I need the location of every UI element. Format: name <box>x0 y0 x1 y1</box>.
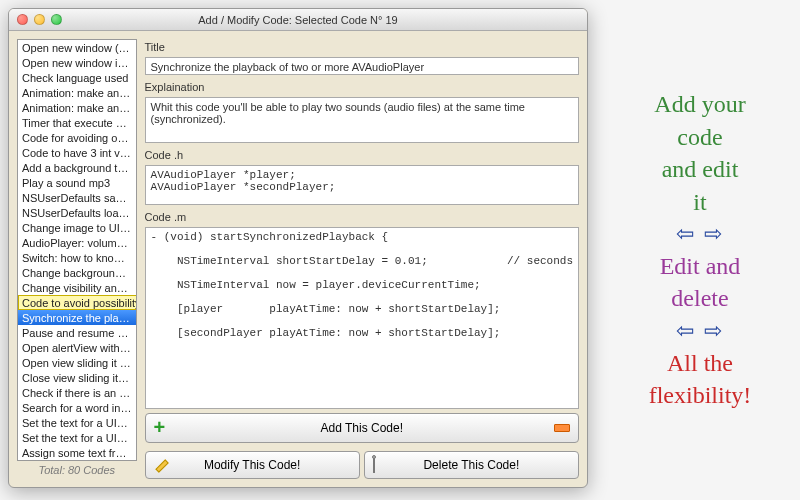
list-item[interactable]: Close view sliding it from center... <box>18 370 136 385</box>
promo-line: delete <box>671 285 728 311</box>
promo-line: flexibility! <box>649 382 752 408</box>
promo-line: Add your <box>654 91 745 117</box>
list-item[interactable]: Open alertView with Yes or No o... <box>18 340 136 355</box>
list-item[interactable]: Search for a word in some text <box>18 400 136 415</box>
promo-panel: Add your code and edit it ⇦ ⇨ Edit and d… <box>600 0 800 500</box>
modify-button[interactable]: Modify This Code! <box>145 451 360 479</box>
title-label: Title <box>145 41 579 53</box>
add-button[interactable]: + Add This Code! <box>145 413 579 443</box>
delete-button[interactable]: Delete This Code! <box>364 451 579 479</box>
list-item[interactable]: Change background and color to... <box>18 265 136 280</box>
list-item[interactable]: Add a background to a view <box>18 160 136 175</box>
list-item[interactable]: Timer that execute a void after 3... <box>18 115 136 130</box>
list-item[interactable]: Switch: how to know if is on or off <box>18 250 136 265</box>
promo-line: Edit and <box>660 253 741 279</box>
codeh-label: Code .h <box>145 149 579 161</box>
list-item[interactable]: Set the text for a UILabel <box>18 415 136 430</box>
list-item[interactable]: Code for avoiding opening of ke... <box>18 130 136 145</box>
window-controls <box>17 14 62 25</box>
list-item[interactable]: Play a sound mp3 <box>18 175 136 190</box>
list-item[interactable]: Check language used <box>18 70 136 85</box>
promo-line: it <box>693 189 706 215</box>
zoom-icon[interactable] <box>51 14 62 25</box>
list-item[interactable]: Change image to UIImageView <box>18 220 136 235</box>
explain-field[interactable]: Whit this code you'll be able to play tw… <box>145 97 579 143</box>
titlebar[interactable]: Add / Modify Code: Selected Code N° 19 <box>9 9 587 31</box>
explain-label: Explaination <box>145 81 579 93</box>
arrows-icon: ⇦ ⇨ <box>676 221 724 247</box>
code-list[interactable]: Open new window (nib - .xib)Open new win… <box>17 39 137 461</box>
delete-button-label: Delete This Code! <box>423 458 519 472</box>
pencil-icon <box>151 455 171 475</box>
title-field[interactable]: Synchronize the playback of two or more … <box>145 57 579 75</box>
list-item[interactable]: Change visibility and usability to... <box>18 280 136 295</box>
eraser-icon <box>554 424 570 432</box>
list-item[interactable]: Synchronize the playback of two... <box>18 310 136 325</box>
list-item[interactable]: Assign some text from a NSArray... <box>18 445 136 460</box>
trash-icon <box>373 457 375 473</box>
list-item[interactable]: NSUserDefaults save settings <box>18 190 136 205</box>
list-item[interactable]: Pause and resume audio recordi... <box>18 325 136 340</box>
list-item[interactable]: Set the text for a UIButton <box>18 430 136 445</box>
list-item[interactable]: Open new window (nib - .xib) <box>18 40 136 55</box>
window-title: Add / Modify Code: Selected Code N° 19 <box>9 14 587 26</box>
promo-line: All the <box>667 350 733 376</box>
list-item[interactable]: AudioPlayer: volume fade out <box>18 235 136 250</box>
list-footer: Total: 80 Codes <box>17 461 137 479</box>
promo-line: code <box>677 124 722 150</box>
modify-button-label: Modify This Code! <box>204 458 301 472</box>
list-item[interactable]: Code to avoid possibility for the Phone … <box>18 295 136 310</box>
codem-label: Code .m <box>145 211 579 223</box>
app-window: Add / Modify Code: Selected Code N° 19 O… <box>8 8 588 488</box>
list-item[interactable]: Open new window in universal pr... <box>18 55 136 70</box>
close-icon[interactable] <box>17 14 28 25</box>
list-item[interactable]: NSUserDefaults load settings <box>18 205 136 220</box>
arrows-icon: ⇦ ⇨ <box>676 318 724 344</box>
minimize-icon[interactable] <box>34 14 45 25</box>
codeh-field[interactable]: AVAudioPlayer *player; AVAudioPlayer *se… <box>145 165 579 205</box>
list-item[interactable]: Code to have 3 int variables in a... <box>18 145 136 160</box>
promo-line: and edit <box>662 156 739 182</box>
list-item[interactable]: Check if there is an active intern... <box>18 385 136 400</box>
list-item[interactable]: Open view sliding it from top of t... <box>18 355 136 370</box>
plus-icon: + <box>154 416 166 438</box>
add-button-label: Add This Code! <box>321 421 404 435</box>
list-item[interactable]: Animation: make an object move <box>18 100 136 115</box>
codem-field[interactable]: - (void) startSynchronizedPlayback { NST… <box>145 227 579 409</box>
list-item[interactable]: Animation: make an object disap... <box>18 85 136 100</box>
